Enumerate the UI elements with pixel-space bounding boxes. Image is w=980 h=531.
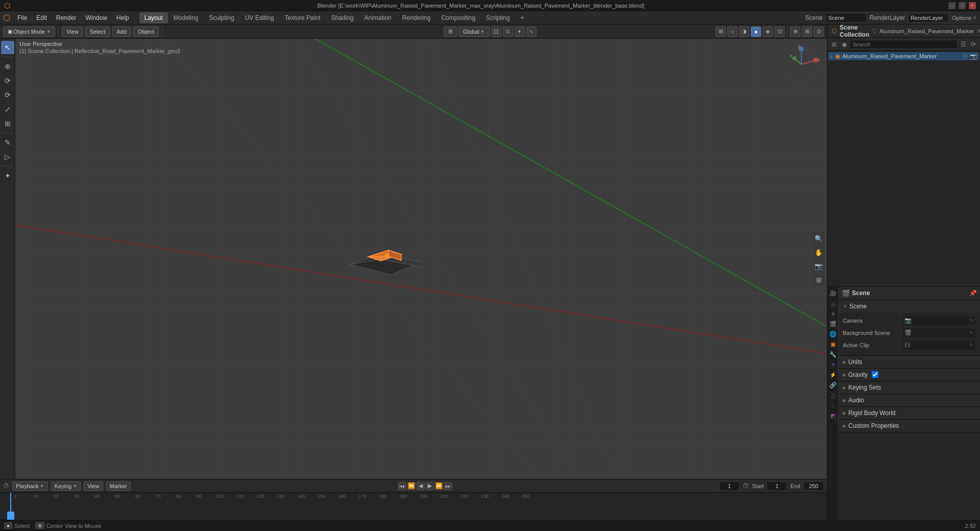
tab-uv-editing[interactable]: UV Editing — [240, 12, 279, 23]
viewport-shade4[interactable]: ◈ — [763, 27, 773, 37]
tab-scene[interactable]: 🎬 — [828, 320, 838, 329]
tab-add[interactable]: + — [516, 12, 529, 23]
frame-indicator[interactable] — [7, 512, 14, 520]
tab-material[interactable]: ○ — [828, 401, 838, 411]
snap-toggle[interactable]: ⊡ — [491, 27, 501, 37]
xray-toggle[interactable]: ⊙ — [814, 27, 824, 37]
props-pin-btn[interactable]: 📌 — [969, 289, 977, 297]
gravity-section-header[interactable]: ▶ Gravity — [839, 369, 980, 381]
camera-field[interactable]: 📷 ✎ — [902, 316, 976, 326]
renderlayer-field[interactable]: RenderLayer — [908, 13, 949, 22]
menu-help[interactable]: Help — [112, 13, 133, 23]
tab-shading[interactable]: Shading — [326, 12, 359, 23]
tab-texture-paint[interactable]: Texture Paint — [280, 12, 326, 23]
viewport[interactable]: User Perspective (1) Scene Collection | … — [15, 39, 827, 479]
viewport-shade1[interactable]: ○ — [727, 27, 738, 37]
tab-compositing[interactable]: Compositing — [436, 12, 480, 23]
outliner-local-icon[interactable]: ◉ — [840, 40, 849, 49]
viewport-shade5[interactable]: ⊡ — [774, 27, 785, 37]
bg-edit-icon[interactable]: ✎ — [969, 330, 973, 335]
tab-layout[interactable]: Layout — [139, 12, 168, 23]
units-section-header[interactable]: ▶ Units — [839, 356, 980, 368]
outliner-eye-icon[interactable]: 👁 — [977, 27, 980, 35]
tab-render[interactable]: 🎥 — [828, 289, 838, 298]
custom-props-header[interactable]: ▶ Custom Properties — [839, 420, 980, 432]
mode-dropdown[interactable]: ▣ Object Mode ▼ — [3, 27, 55, 37]
timeline-type-icon[interactable]: ⏱ — [3, 482, 9, 490]
zoom-in-btn[interactable]: 🔍 — [813, 232, 825, 245]
nav-gizmo[interactable]: Z X Y — [781, 44, 822, 85]
tab-output[interactable]: 🖨 — [828, 299, 838, 308]
play-reverse-btn[interactable]: ◀ — [416, 482, 425, 490]
camera-btn[interactable]: 📷 — [813, 260, 825, 272]
menu-file[interactable]: File — [13, 13, 31, 23]
gravity-checkbox[interactable] — [872, 371, 878, 378]
minimize-btn[interactable]: ─ — [948, 2, 955, 9]
global-btn[interactable]: ⊞ — [444, 27, 457, 37]
show-overlays[interactable]: ⊞ — [802, 27, 812, 37]
viewport-shade3[interactable]: ● — [751, 27, 761, 37]
outliner-sync-icon[interactable]: ⟳ — [969, 40, 978, 49]
options-btn[interactable]: Options ▼ — [952, 15, 977, 21]
end-frame-field[interactable]: 250 — [803, 481, 824, 491]
grid-btn[interactable]: ⊞ — [813, 274, 825, 286]
fps-icon[interactable]: ⏱ — [743, 482, 749, 490]
transform-btn[interactable]: ∿ — [526, 27, 536, 37]
maximize-btn[interactable]: □ — [959, 2, 966, 9]
tab-rendering[interactable]: Rendering — [397, 12, 435, 23]
tool-add[interactable]: ✦ — [1, 169, 14, 182]
snap-btn2[interactable]: ▾ — [514, 27, 525, 37]
tool-cursor[interactable]: ⊕ — [1, 60, 14, 73]
outliner-filter-icon2[interactable]: ☰ — [959, 40, 968, 49]
audio-section-header[interactable]: ▶ Audio — [839, 394, 980, 406]
current-frame-field[interactable]: 1 — [719, 481, 740, 491]
tab-modeling[interactable]: Modeling — [168, 12, 204, 23]
tool-rotate[interactable]: ⟳ — [1, 88, 14, 102]
camera-edit-icon[interactable]: ✎ — [969, 318, 973, 323]
jump-end-btn[interactable]: ⏭ — [444, 482, 452, 490]
tab-sculpting[interactable]: Sculpting — [204, 12, 239, 23]
active-clip-field[interactable]: 🎞 ✎ — [902, 340, 976, 350]
menu-window[interactable]: Window — [81, 13, 111, 23]
tab-viewlayer[interactable]: ◈ — [828, 309, 838, 319]
view-dropdown[interactable]: View — [84, 481, 103, 491]
rigid-body-header[interactable]: ▶ Rigid Body World — [839, 407, 980, 419]
clip-edit-icon[interactable]: ✎ — [969, 342, 973, 348]
start-frame-field[interactable]: 1 — [767, 481, 787, 491]
scene-section-header[interactable]: ▼ Scene — [839, 300, 980, 312]
bg-scene-field[interactable]: 🎬 ✎ — [902, 328, 976, 338]
menu-render[interactable]: Render — [52, 13, 80, 23]
marker-dropdown[interactable]: Marker — [106, 481, 131, 491]
outliner-mode-icon[interactable]: ⊞ — [829, 40, 839, 49]
proportional-edit[interactable]: ⊙ — [503, 27, 513, 37]
tool-select[interactable]: ↖ — [1, 41, 14, 54]
editor-type-btn[interactable]: ⊞ — [716, 27, 726, 37]
next-frame-btn[interactable]: ⏩ — [435, 482, 443, 490]
view-menu[interactable]: View — [62, 27, 83, 37]
tab-objectdata[interactable]: △ — [828, 391, 838, 400]
outliner-search-input[interactable] — [850, 40, 958, 49]
jump-start-btn[interactable]: ⏮ — [398, 482, 406, 490]
tab-modifier[interactable]: 🔧 — [828, 350, 838, 359]
timeline-track[interactable]: 1 10 20 30 40 50 60 70 80 90 100 110 120… — [0, 493, 827, 520]
close-btn[interactable]: ✕ — [969, 2, 976, 9]
object-menu[interactable]: Object — [133, 27, 159, 37]
select-menu[interactable]: Select — [85, 27, 110, 37]
tab-particles[interactable]: ✦ — [828, 360, 838, 370]
tab-constraints[interactable]: 🔗 — [828, 381, 838, 390]
show-gizmo[interactable]: ⊕ — [790, 27, 800, 37]
tool-transform[interactable]: ⊞ — [1, 117, 14, 130]
playback-dropdown[interactable]: Playback ▼ — [12, 481, 48, 491]
menu-edit[interactable]: Edit — [32, 13, 51, 23]
prev-frame-btn[interactable]: ⏪ — [407, 482, 415, 490]
tab-texture[interactable]: ◩ — [828, 412, 838, 421]
tool-measure[interactable]: ▷ — [1, 150, 14, 163]
pivot-btn[interactable]: Global ▼ — [458, 27, 489, 37]
add-menu[interactable]: Add — [112, 27, 132, 37]
tool-move[interactable]: ⟳ — [1, 74, 14, 87]
tab-animation[interactable]: Animation — [359, 12, 397, 23]
tool-annotate[interactable]: ✎ — [1, 136, 14, 149]
tab-scripting[interactable]: Scripting — [481, 12, 515, 23]
tool-scale[interactable]: ⤢ — [1, 103, 14, 116]
outliner-filter-btn[interactable]: ▽ — [872, 27, 876, 36]
